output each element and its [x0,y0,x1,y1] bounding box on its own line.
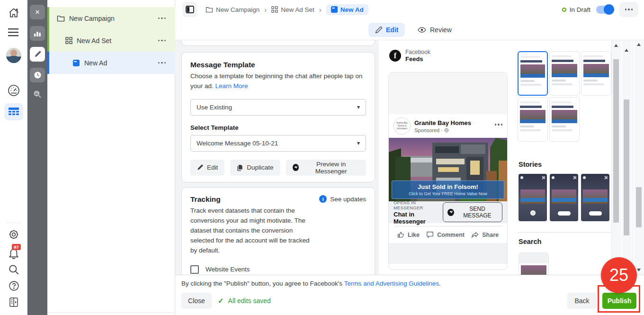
breadcrumb-ad-active[interactable]: New Ad [326,4,368,15]
draft-toggle[interactable] [596,6,614,14]
edit-mode-button[interactable] [30,47,45,62]
ad-card-footer-area [389,243,507,264]
pencil-icon [375,27,382,34]
story-thumbnail[interactable] [581,174,609,221]
search-thumbnail[interactable] [519,252,549,275]
ad-creative-image: Just Sold in Folsom! Click to Get Your F… [389,138,507,201]
page-avatar: Granite Bay Homes & Information [394,117,411,135]
feed-thumbnail-selected[interactable] [518,51,548,96]
more-options-icon[interactable] [158,18,166,19]
ad-setup-column: Message Template Choose a template for b… [175,40,379,275]
close-panel-button[interactable]: × [30,5,45,19]
section-divider [518,232,611,233]
tab-edit[interactable]: Edit [368,23,405,37]
learn-more-link[interactable]: Learn More [215,82,248,90]
pencil-icon [197,164,203,171]
edit-template-button[interactable]: Edit [190,160,224,176]
feed-thumbnail[interactable] [518,97,548,142]
story-thumbnail[interactable] [550,174,578,221]
campaign-tree: New Campaign New Ad Set New Ad [47,0,175,315]
template-mode-select[interactable]: Use Existing ▾ [190,99,366,116]
tracking-card: Tracking i See updates Track event datas… [181,187,375,275]
adset-grid-icon [271,6,278,13]
section-description: Choose a template for beginning the chat… [190,72,366,91]
duplicate-template-button[interactable]: Duplicate [230,160,280,176]
annotation-step-badge: 25 [601,257,637,293]
terms-link[interactable]: Terms and Advertising Guidelines [344,280,439,287]
feed-thumbnail[interactable] [581,51,611,96]
breadcrumb-campaign[interactable]: New Campaign [206,6,259,13]
app-sidebar: 97 [0,0,27,315]
home-icon[interactable] [0,7,27,19]
search-section-title: Search [519,238,541,245]
checkbox-label: Website Events [206,266,250,273]
tree-item-ad[interactable]: New Ad [47,52,175,74]
comment-button[interactable]: Comment [426,231,465,238]
status-indicator: In Draft [562,6,590,13]
docs-panel-icon[interactable] [0,297,27,308]
page-header: Granite Bay Homes & Information Granite … [389,114,507,138]
folder-icon [57,15,65,22]
feed-thumbnail[interactable] [549,97,580,142]
feed-thumbnail[interactable] [549,51,580,96]
tree-item-campaign[interactable]: New Campaign [47,7,175,29]
profile-avatar[interactable] [0,48,27,63]
banner-title: Just Sold in Folsom! [392,183,504,190]
settings-gear-icon[interactable] [0,228,27,241]
share-button[interactable]: Share [471,231,499,238]
story-thumbnails [519,174,609,221]
share-icon [471,232,479,238]
breadcrumb: New Campaign › New Ad Set › New Ad [206,0,368,19]
notification-badge: 97 [12,244,21,250]
column-scrollbar[interactable] [622,40,632,275]
ad-more-icon[interactable] [495,124,503,126]
preview-in-messenger-button[interactable]: Preview in Messenger [286,160,366,176]
performance-chart-button[interactable] [30,26,45,41]
more-options-icon[interactable] [158,62,166,64]
search-insights-icon[interactable] [27,89,47,99]
ad-actions-bar: Like Comment Share [389,223,507,243]
close-icon: × [35,8,40,16]
breadcrumb-adset[interactable]: New Ad Set [271,6,314,13]
website-events-checkbox[interactable] [190,265,199,274]
more-options-icon[interactable] [158,40,166,42]
ad-icon [73,60,80,66]
like-icon [397,231,404,238]
help-icon[interactable] [0,280,27,292]
reports-table-icon[interactable] [0,103,27,120]
like-button[interactable]: Like [397,231,420,238]
folder-icon [206,7,213,13]
ad-image-banner: Just Sold in Folsom! Click to Get Your F… [392,180,504,199]
more-menu-button[interactable] [619,2,638,17]
send-message-button[interactable]: SEND MESSAGE [443,202,502,222]
sponsored-label: Sponsored · [414,127,443,133]
cta-title: Chat in Messenger [394,211,443,225]
preview-scrollbar[interactable] [612,40,621,275]
page-name: Granite Bay Homes [414,119,471,126]
page-scrollbar[interactable] [635,40,644,275]
bar-chart-icon [34,30,41,37]
placement-header: f FacebookFeeds [389,49,430,63]
status-label: In Draft [570,6,590,13]
story-thumbnail[interactable] [519,174,547,221]
close-button[interactable]: Close [181,293,212,309]
campaign-level-bar [47,29,49,52]
back-button[interactable]: Back [567,293,597,309]
select-template-label: Select Template [190,124,366,131]
footer-bar: By clicking the "Publish" button, you ag… [175,275,644,315]
collapse-sidebar-button[interactable] [182,2,197,17]
template-select[interactable]: Welcome Message 05-10-21 ▾ [190,135,366,152]
tab-review[interactable]: Review [411,23,458,37]
notifications-bell-icon[interactable]: 97 [0,247,27,261]
caret-down-icon: ▾ [357,140,360,146]
history-button[interactable] [30,68,45,82]
tree-item-adset[interactable]: New Ad Set [47,29,175,52]
eye-icon [418,27,426,33]
menu-icon[interactable] [0,27,27,37]
dashboard-gauge-icon[interactable] [0,83,27,98]
see-updates[interactable]: i See updates [319,195,366,203]
search-icon[interactable] [0,263,27,276]
section-title: Tracking [190,195,221,204]
editor-toolbar: × [27,0,47,315]
message-template-card: Message Template Choose a template for b… [181,52,375,182]
